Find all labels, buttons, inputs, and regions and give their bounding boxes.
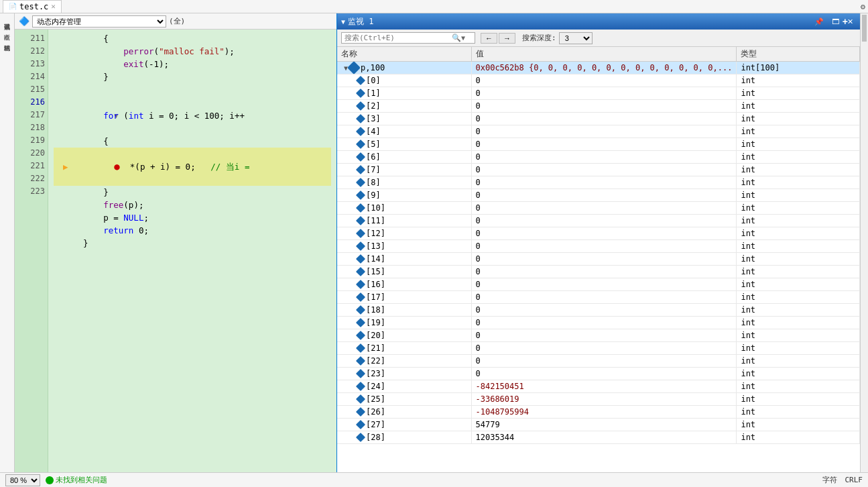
watch-cell-value: 54779 <box>471 419 737 431</box>
code-line-218: ● ▶ *(p + i) = 0; // 当i = <box>54 148 331 186</box>
search-prev-btn[interactable]: ← <box>481 33 497 44</box>
watch-row-p100[interactable]: ▼ p,100 0x00c562b8 {0, 0, 0, 0, 0, 0, 0,… <box>337 62 860 74</box>
watch-row[interactable]: [21]0int <box>337 342 860 355</box>
indicator-223 <box>54 237 63 250</box>
sidebar-test-icon[interactable]: 测试结构 <box>1 38 13 43</box>
watch-cell-name: [1] <box>337 87 471 100</box>
watch-pin-btn[interactable]: 📌 <box>812 17 826 27</box>
sidebar-breakpoints-icon[interactable]: 断点 <box>1 27 13 32</box>
watch-row[interactable]: [26]-1048795994int <box>337 406 860 419</box>
full-label: (全) <box>169 16 185 26</box>
watch-row[interactable]: [5]0int <box>337 138 860 151</box>
item-icon-child <box>356 280 365 289</box>
watch-cell-value: 0 <box>471 368 737 380</box>
watch-cell-value: 0 <box>471 291 737 304</box>
watch-cell-type: int <box>737 202 860 215</box>
watch-cell-value: 0 <box>471 215 737 227</box>
watch-add-btn[interactable]: + <box>840 15 851 28</box>
item-icon-child <box>356 369 365 378</box>
watch-row[interactable]: [25]-33686019int <box>337 393 860 406</box>
function-dropdown[interactable]: 动态内存管理动态内存管理 <box>32 15 166 28</box>
watch-row[interactable]: [14]0int <box>337 253 860 266</box>
watch-row[interactable]: [6]0int <box>337 151 860 164</box>
watch-cell-name: [6] <box>337 151 471 164</box>
watch-cell-type: int <box>737 329 860 342</box>
watch-type-p100: int[100] <box>737 62 860 74</box>
indicator-220 <box>54 199 63 211</box>
watch-cell-type: int <box>737 393 860 406</box>
depth-select[interactable]: 3 1 2 4 5 <box>559 32 593 44</box>
zoom-select[interactable]: 80 % <box>5 474 40 486</box>
line-numbers: 211 212 213 214 215 216 217 218 219 220 … <box>15 30 48 472</box>
watch-row[interactable]: [24]-842150451int <box>337 380 860 393</box>
right-scrollbar[interactable] <box>860 13 868 472</box>
scrollbar-thumb[interactable] <box>862 15 867 42</box>
watch-row[interactable]: [1]0int <box>337 87 860 100</box>
watch-val-p100: 0x00c562b8 {0, 0, 0, 0, 0, 0, 0, 0, 0, 0… <box>471 62 737 74</box>
ln-222: 222 <box>17 172 45 185</box>
settings-icon[interactable]: ⚙ <box>861 2 865 11</box>
watch-cell-type: int <box>737 113 860 125</box>
watch-row[interactable]: [4]0int <box>337 125 860 138</box>
watch-row[interactable]: [18]0int <box>337 304 860 317</box>
watch-cell-value: 0 <box>471 202 737 215</box>
item-icon-child <box>356 178 365 187</box>
watch-row[interactable]: [16]0int <box>337 278 860 291</box>
watch-cell-name: [14] <box>337 253 471 266</box>
watch-row[interactable]: [15]0int <box>337 266 860 278</box>
sidebar-debug-nav-icon[interactable]: 调试导航器 <box>1 16 13 21</box>
watch-row[interactable]: [10]0int <box>337 202 860 215</box>
search-box[interactable]: 🔍 ▼ <box>341 32 475 44</box>
search-dropdown-icon[interactable]: ▼ <box>461 34 465 42</box>
watch-cell-type: int <box>737 342 860 355</box>
code-content[interactable]: { perror("malloc fail"); exit(-1); <box>48 30 336 472</box>
file-tab[interactable]: 📄 test.c ✕ <box>3 0 62 13</box>
code-line-217: { <box>54 135 331 148</box>
code-line-223: } <box>54 237 331 250</box>
watch-row[interactable]: [17]0int <box>337 291 860 304</box>
watch-row[interactable]: [9]0int <box>337 189 860 202</box>
watch-cell-type: int <box>737 125 860 138</box>
watch-row[interactable]: [12]0int <box>337 227 860 240</box>
watch-row[interactable]: [20]0int <box>337 329 860 342</box>
search-input[interactable] <box>345 34 452 42</box>
watch-row[interactable]: [7]0int <box>337 164 860 176</box>
watch-table-container[interactable]: 名称 值 类型 ▼ p,100 <box>337 47 860 472</box>
watch-cell-name: [23] <box>337 368 471 380</box>
search-next-btn[interactable]: → <box>499 33 515 44</box>
watch-row[interactable]: [19]0int <box>337 317 860 329</box>
watch-row[interactable]: [28]12035344int <box>337 431 860 444</box>
watch-cell-name: [16] <box>337 278 471 291</box>
watch-row[interactable]: [23]0int <box>337 368 860 380</box>
watch-cell-name: [19] <box>337 317 471 329</box>
watch-cell-name: [11] <box>337 215 471 227</box>
watch-cell-name: [21] <box>337 342 471 355</box>
item-icon-child <box>356 241 365 251</box>
watch-cell-value: 0 <box>471 87 737 100</box>
editor-toolbar: 🔷 动态内存管理动态内存管理 (全) <box>15 13 336 30</box>
watch-cell-value: 0 <box>471 164 737 176</box>
watch-cell-name: [9] <box>337 189 471 202</box>
watch-row[interactable]: [27]54779int <box>337 419 860 431</box>
watch-row[interactable]: [3]0int <box>337 113 860 125</box>
watch-cell-type: int <box>737 189 860 202</box>
col-value: 值 <box>471 47 737 62</box>
watch-cell-value: 0 <box>471 74 737 87</box>
code-line-220: free(p); <box>54 199 331 211</box>
indicator-218: ● <box>54 148 63 186</box>
watch-row[interactable]: [11]0int <box>337 215 860 227</box>
watch-cell-type: int <box>737 368 860 380</box>
watch-row[interactable]: [22]0int <box>337 355 860 368</box>
code-line-221: p = NULL; <box>54 211 331 224</box>
code-line-216: ▼ for (int i = 0; i < 100; i++ <box>54 96 331 135</box>
watch-row[interactable]: [13]0int <box>337 240 860 253</box>
watch-cell-value: 0 <box>471 253 737 266</box>
item-icon-child <box>356 89 365 98</box>
watch-row[interactable]: [2]0int <box>337 100 860 113</box>
top-right-actions: ⚙ <box>861 2 865 11</box>
depth-label: 搜索深度: <box>522 33 556 43</box>
watch-row[interactable]: [8]0int <box>337 176 860 189</box>
watch-row[interactable]: [0]0int <box>337 74 860 87</box>
watch-cell-name: [3] <box>337 113 471 125</box>
item-icon-child <box>356 356 365 366</box>
